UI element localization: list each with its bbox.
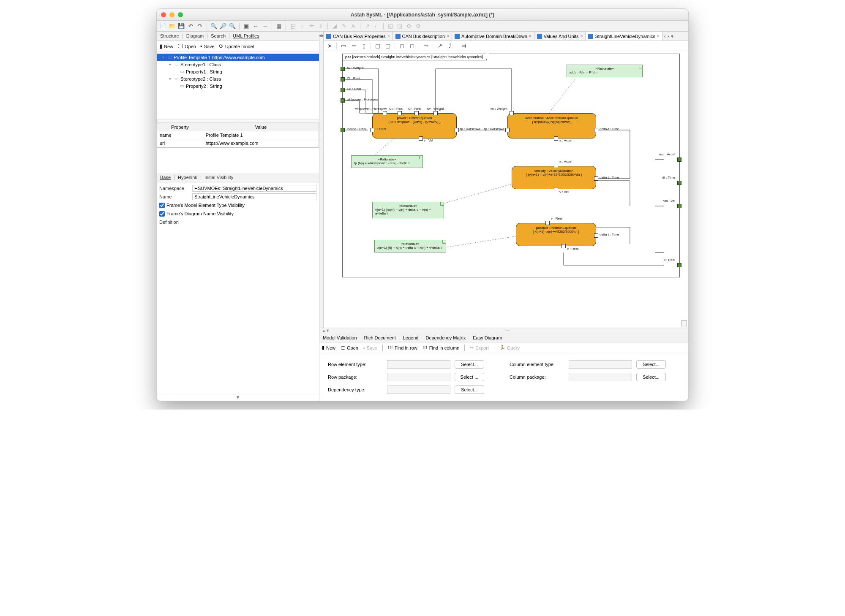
editor-tab[interactable]: CAN Bus Flow Properties× — [324, 32, 393, 41]
namespace-field[interactable] — [192, 185, 316, 192]
bring-front-icon[interactable]: ◱ — [387, 23, 394, 30]
redo-icon[interactable]: ↷ — [196, 23, 203, 30]
block-port[interactable] — [594, 233, 598, 238]
tree-item[interactable]: ▭ Property1 : String — [157, 68, 319, 75]
tree-item[interactable]: ▾ ▭ Stereotype1 : Class — [157, 61, 319, 68]
tab-hyperlink[interactable]: Hyperlink — [174, 173, 201, 182]
block-port[interactable] — [594, 128, 598, 132]
close-icon[interactable]: × — [657, 34, 660, 38]
gear2-icon[interactable]: ⚙ — [415, 23, 422, 30]
constraint-block-power[interactable]: power : PowerEquation { tp = whlpowr - (… — [372, 113, 457, 138]
nav-fwd-icon[interactable]: → — [262, 23, 268, 30]
collapse-button[interactable]: ▼ — [157, 394, 319, 401]
align-right-icon[interactable]: ⬲ — [308, 23, 315, 30]
editor-tab-active[interactable]: StraightLineVehicleDynamics× — [586, 32, 662, 41]
nav-back-icon[interactable]: ← — [252, 23, 259, 30]
prop-val[interactable]: https://www.example.com — [203, 139, 319, 147]
frame-port[interactable] — [677, 204, 681, 208]
tab-rich-document[interactable]: Rich Document — [361, 334, 399, 342]
profile-tree[interactable]: ▾ ▭ Profile Template 1 https://www.examp… — [157, 52, 319, 119]
block-port[interactable] — [554, 187, 558, 191]
bp-open-button[interactable]: 🖵Open — [341, 345, 358, 350]
save-icon[interactable]: 💾 — [178, 23, 185, 30]
block-port[interactable] — [594, 176, 598, 181]
disclosure-icon[interactable]: ▾ — [161, 55, 165, 60]
row-pkg-field[interactable] — [387, 373, 450, 381]
select-button[interactable]: Select... — [455, 360, 484, 369]
constraint-block-velocity[interactable]: velocity : VelocityEquation { (v(n+1) = … — [512, 166, 596, 189]
block-port[interactable] — [562, 244, 566, 248]
overview-icon[interactable] — [681, 320, 687, 326]
editor-tab[interactable]: Automotive Domain BreakDown× — [452, 32, 534, 41]
block-port[interactable] — [455, 128, 459, 132]
fit-icon[interactable]: ▣ — [243, 23, 250, 30]
tab-initial-visibility[interactable]: Initial Visibility — [201, 173, 237, 182]
font-icon[interactable]: A — [350, 23, 357, 30]
grid-icon[interactable]: ▦ — [275, 23, 282, 30]
port2-tool-icon[interactable]: ◻ — [409, 43, 415, 49]
tab-base[interactable]: Base — [157, 173, 174, 182]
constraint-block-position[interactable]: position : PositionEquation { x(n+1)=x(n… — [516, 223, 596, 246]
rationale-note[interactable]: «Rationale» a(g) = F/m = P*t/m — [567, 65, 643, 77]
row-elem-field[interactable] — [387, 360, 450, 369]
distribute-icon[interactable]: ⫴ — [317, 23, 324, 30]
tab-list-icon[interactable]: ▾ — [671, 33, 673, 39]
gear-icon[interactable]: ⚙ — [406, 23, 412, 30]
note-tool-icon[interactable]: ▱ — [350, 43, 357, 49]
tab-structure[interactable]: Structure — [157, 32, 183, 41]
bp-find-row-button[interactable]: ⁝⁝⁝Find in row — [388, 345, 417, 350]
block-port[interactable] — [383, 111, 387, 115]
frame-port[interactable] — [677, 181, 681, 185]
close-icon[interactable]: × — [447, 34, 449, 38]
open-file-icon[interactable]: 📁 — [169, 23, 175, 30]
chk-frame-type[interactable]: Frame's Model Element Type Visibility — [159, 203, 245, 208]
close-icon[interactable]: × — [581, 34, 583, 38]
prop-val[interactable]: Profile Template 1 — [203, 131, 319, 139]
rationale-note[interactable]: «Rationale» v(n+1) (mph) = v(n) + delta-… — [372, 202, 444, 218]
close-icon[interactable]: × — [387, 34, 390, 38]
col-elem-field[interactable] — [569, 360, 632, 369]
pointer-icon[interactable]: ➤ — [326, 43, 333, 49]
new-file-icon[interactable]: 📄 — [159, 23, 166, 30]
tree-item[interactable]: ▾ ▭ Stereotype2 : Class — [157, 75, 319, 82]
lp-open-button[interactable]: 🖵Open — [177, 43, 196, 49]
gutter[interactable]: ◀▶ — [319, 32, 324, 328]
undo-icon[interactable]: ↶ — [187, 23, 194, 30]
lasso-icon[interactable]: ▭ — [340, 43, 347, 49]
connector-tool-icon[interactable]: ↗ — [436, 43, 443, 49]
zoom-in-icon[interactable]: 🔍 — [210, 23, 217, 30]
tab-model-validation[interactable]: Model Validation — [319, 334, 360, 342]
frame-port[interactable] — [341, 67, 345, 71]
frame-port[interactable] — [341, 98, 345, 103]
block-port[interactable] — [545, 221, 550, 225]
tab-next-icon[interactable]: › — [668, 33, 669, 39]
block-port[interactable] — [414, 111, 419, 115]
fill-color-icon[interactable]: ◢ — [331, 23, 338, 30]
splitter[interactable]: ⋯ — [157, 119, 319, 123]
lp-new-button[interactable]: ▮New — [159, 43, 173, 49]
port-tool-icon[interactable]: ◻ — [398, 43, 405, 49]
select-button[interactable]: Select... — [636, 373, 666, 381]
lp-update-button[interactable]: ⟳Update model — [219, 43, 254, 49]
bp-new-button[interactable]: ▮New — [322, 345, 335, 350]
frame-port[interactable] — [341, 77, 345, 81]
block-tool-icon[interactable]: ▭ — [422, 43, 429, 49]
frame-port[interactable] — [677, 263, 681, 267]
frame-port[interactable] — [341, 128, 345, 132]
bottom-splitter[interactable]: ▲▼⋯ — [319, 328, 688, 333]
editor-tab[interactable]: CAN Bus description× — [393, 32, 452, 41]
close-icon[interactable]: × — [529, 34, 532, 38]
zoom-fit-icon[interactable]: 🔍 — [229, 23, 236, 30]
block-port[interactable] — [510, 111, 514, 115]
tab-legend[interactable]: Legend — [400, 334, 422, 342]
tab-dependency-matrix[interactable]: Dependency Matrix — [422, 334, 469, 342]
tab-diagram[interactable]: Diagram — [183, 32, 207, 41]
frame-port[interactable] — [341, 88, 345, 92]
route-icon[interactable]: ⌐ — [373, 23, 380, 30]
align-left-icon[interactable]: ⬱ — [289, 23, 296, 30]
col-pkg-field[interactable] — [569, 373, 632, 381]
constraint-block-accel[interactable]: acceleration : AccelerationEquation { a=… — [507, 113, 596, 138]
tree-root[interactable]: ▾ ▭ Profile Template 1 https://www.examp… — [157, 54, 319, 61]
select-button[interactable]: Select... — [455, 385, 484, 394]
bp-find-col-button[interactable]: ⁝⁝⁝Find in column — [422, 345, 460, 350]
